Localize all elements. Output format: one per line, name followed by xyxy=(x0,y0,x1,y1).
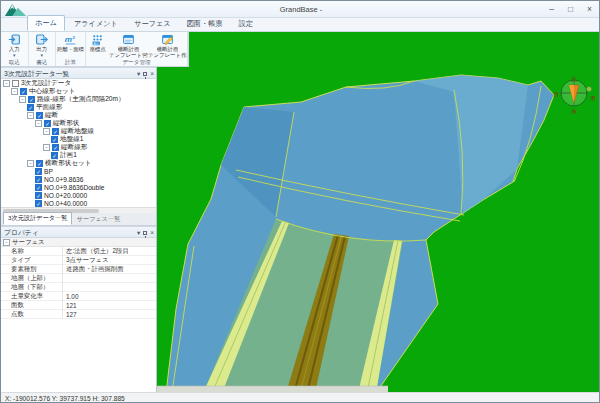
maximize-button[interactable]: □ xyxy=(561,1,580,17)
panel-close-icon[interactable]: × xyxy=(150,70,154,78)
tree-item-路線-線形（主測点間隔20m）[interactable]: -✓路線-線形（主測点間隔20m） xyxy=(1,95,156,103)
points-icon: ALL xyxy=(91,33,104,46)
compass-label-west: 西 xyxy=(553,91,559,98)
tree-item-label: 横断形状セット xyxy=(45,159,92,168)
property-value: 1.00 xyxy=(63,293,156,300)
tree-item-3次元設計データ[interactable]: -3次元設計データ xyxy=(1,79,156,87)
tree-item-縦断線形[interactable]: -✓縦断線形 xyxy=(1,143,156,151)
property-label: 要素種別 xyxy=(1,265,63,274)
minimize-button[interactable]: – xyxy=(542,1,561,17)
property-value: 左:法面（切土）2段目 xyxy=(63,247,156,256)
tree-checkbox[interactable]: ✓ xyxy=(44,120,51,127)
tree-checkbox[interactable]: ✓ xyxy=(36,112,43,119)
collapse-icon[interactable]: - xyxy=(35,120,42,127)
tree-checkbox[interactable]: ✓ xyxy=(28,96,35,103)
property-value: 127 xyxy=(63,311,156,318)
chevron-down-icon: ▾ xyxy=(40,52,43,58)
compass-label-south: 南 xyxy=(571,108,577,114)
status-bar: X: -190012.576 Y: 39737.915 H: 307.885 xyxy=(1,392,600,403)
tree-checkbox[interactable]: ✓ xyxy=(52,128,59,135)
collapse-icon[interactable]: - xyxy=(3,80,10,87)
collapse-icon[interactable]: - xyxy=(27,112,34,119)
ribbon-group-label: データ管理 xyxy=(86,59,187,66)
ribbon-button-label2: テンプレート作成 xyxy=(148,52,187,58)
tree-checkbox[interactable]: ✓ xyxy=(35,192,42,199)
tree-item-横断形状セット[interactable]: -✓横断形状セット xyxy=(1,159,156,167)
panel-menu-icon[interactable]: ▾ xyxy=(137,70,140,78)
property-label: 土量変化率 xyxy=(1,292,63,301)
tree-item-label: NO.0+40.0000 xyxy=(44,200,87,207)
tree-item-label: NO.0+20.0000 xyxy=(44,192,87,199)
ribbon-button-label2 xyxy=(97,52,99,58)
application-window: GrandBase - – □ × ホームアライメントサーフェス図面・帳票設定 xyxy=(0,0,600,403)
compass-ball xyxy=(587,87,592,92)
tree-item-label: BP xyxy=(44,168,53,175)
panel-tab-サーフェス一覧[interactable]: サーフェス一覧 xyxy=(72,214,124,225)
tree-checkbox[interactable]: ✓ xyxy=(35,200,42,207)
property-row-点数[interactable]: 点数127 xyxy=(1,310,156,319)
panel-tab-3次元設計データ一覧[interactable]: 3次元設計データ一覧 xyxy=(3,212,72,225)
tree-checkbox[interactable]: ✓ xyxy=(20,88,27,95)
ribbon-group-取込: 入力▾取込 xyxy=(1,32,29,66)
ribbon-group-計算: m²距離・面積 計算 xyxy=(56,32,86,66)
panel-close-icon[interactable]: × xyxy=(150,229,154,237)
ribbon-group-書込: 出力▾書込 xyxy=(29,32,57,66)
tree-item-NO.0+20.0000[interactable]: ✓NO.0+20.0000 xyxy=(1,191,156,199)
tree-item-NO.0+40.0000[interactable]: ✓NO.0+40.0000 xyxy=(1,199,156,207)
tree-item-平面線形[interactable]: ✓平面線形 xyxy=(1,103,156,111)
panel-tab-bar: 3次元設計データ一覧サーフェス一覧 xyxy=(1,213,156,226)
ribbon-tab-設定[interactable]: 設定 xyxy=(232,17,260,31)
tree-checkbox[interactable]: ✓ xyxy=(35,176,42,183)
tree-checkbox[interactable]: ✓ xyxy=(36,160,43,167)
tree-item-label: NO.0+9.8636 xyxy=(44,176,83,183)
cursor-coordinates: X: -190012.576 Y: 39737.915 H: 307.885 xyxy=(5,395,125,402)
chevron-down-icon: ▾ xyxy=(13,52,16,58)
collapse-icon[interactable]: - xyxy=(27,160,34,167)
tree-checkbox[interactable]: ✓ xyxy=(51,136,58,143)
ribbon: 入力▾取込出力▾書込m²距離・面積 計算ALL座標点 横断計画テンプレート管理横… xyxy=(1,32,189,67)
pin-icon[interactable] xyxy=(143,231,147,235)
tree-checkbox[interactable]: ✓ xyxy=(51,152,58,159)
properties-grid: -サーフェス名称左:法面（切土）2段目タイプ3点サーフェス要素種別道路面・計画掘… xyxy=(1,238,156,319)
ribbon-tab-ホーム[interactable]: ホーム xyxy=(27,15,65,31)
window-title: GrandBase - xyxy=(1,5,600,14)
design-data-tree: -3次元設計データ-✓中心線形セット-✓路線-線形（主測点間隔20m）✓平面線形… xyxy=(1,79,156,207)
svg-text:m²: m² xyxy=(65,35,75,44)
ribbon-tab-図面・帳票[interactable]: 図面・帳票 xyxy=(180,17,230,31)
ribbon-group-label: 取込 xyxy=(1,59,28,66)
ribbon-group-label: 計算 xyxy=(56,59,85,66)
left-dock-panel: 3次元設計データ一覧 ▾ × -3次元設計データ-✓中心線形セット-✓路線-線形… xyxy=(1,67,157,392)
viewport-3d[interactable]: 北 南 西 東 xyxy=(157,32,600,392)
compass-label-north: 北 xyxy=(570,76,577,83)
export-icon xyxy=(35,33,48,46)
collapse-icon[interactable]: - xyxy=(11,88,18,95)
tree-checkbox[interactable] xyxy=(12,80,19,87)
ribbon-tab-アライメント[interactable]: アライメント xyxy=(67,17,125,31)
property-label: タイプ xyxy=(1,256,63,265)
tree-item-NO.0+9.8636Double[interactable]: ✓NO.0+9.8636Double xyxy=(1,183,156,191)
tree-item-BP[interactable]: ✓BP xyxy=(1,167,156,175)
ribbon-button-label2 xyxy=(70,52,72,58)
compass-label-east: 東 xyxy=(590,95,596,101)
svg-text:ALL: ALL xyxy=(93,42,99,46)
import-icon xyxy=(8,33,21,46)
collapse-icon[interactable]: - xyxy=(3,239,10,246)
property-category-label: サーフェス xyxy=(12,238,45,247)
close-button[interactable]: × xyxy=(580,1,599,17)
ribbon-button-label2: テンプレート管理 xyxy=(109,52,148,58)
tree-checkbox[interactable]: ✓ xyxy=(35,168,42,175)
ribbon-tab-サーフェス[interactable]: サーフェス xyxy=(127,17,178,31)
tree-item-NO.0+9.8636[interactable]: ✓NO.0+9.8636 xyxy=(1,175,156,183)
panel-menu-icon[interactable]: ▾ xyxy=(137,229,140,237)
pin-icon[interactable] xyxy=(143,72,147,76)
tree-checkbox[interactable]: ✓ xyxy=(27,104,34,111)
ribbon-tab-row: ホームアライメントサーフェス図面・帳票設定 xyxy=(1,18,600,32)
tree-checkbox[interactable]: ✓ xyxy=(52,144,59,151)
collapse-icon[interactable]: - xyxy=(43,144,50,151)
collapse-icon[interactable]: - xyxy=(43,128,50,135)
template-create-icon xyxy=(161,33,174,46)
ribbon-group-データ管理: ALL座標点 横断計画テンプレート管理横断計画テンプレート作成データ管理 xyxy=(86,32,188,66)
tree-checkbox[interactable]: ✓ xyxy=(35,184,42,191)
collapse-icon[interactable]: - xyxy=(19,96,26,103)
property-label: 面数 xyxy=(1,301,63,310)
